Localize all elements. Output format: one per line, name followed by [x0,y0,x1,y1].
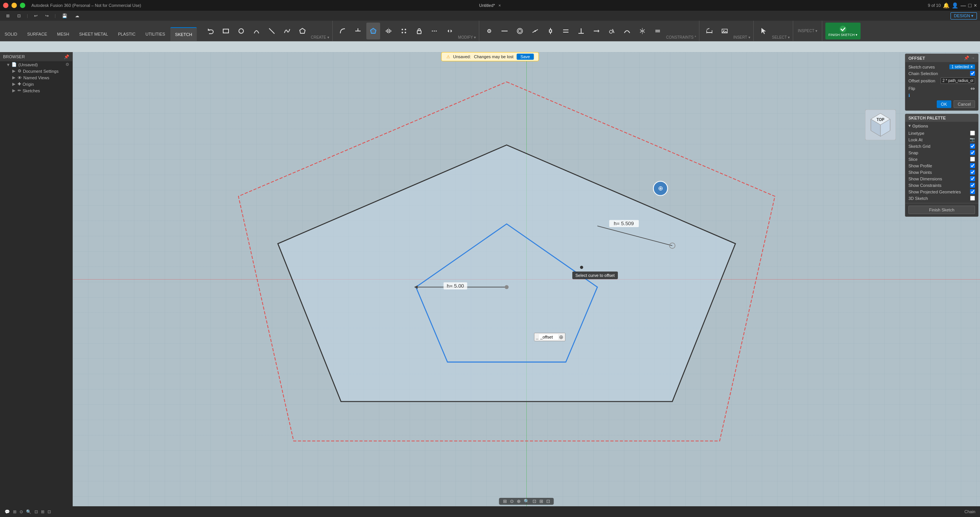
tab-plastic[interactable]: PLASTIC [113,27,140,41]
show-constraints-checkbox[interactable] [970,183,975,188]
tool-symmetric[interactable] [635,23,649,39]
main-pentagon[interactable] [278,145,735,402]
tool-lock[interactable] [412,23,426,39]
tool-select[interactable] [757,23,771,39]
tool-convert[interactable] [443,23,457,39]
offset-input-field[interactable] [539,334,558,340]
ctrl-zoom-fit[interactable]: ⊕ [517,499,521,504]
show-points-checkbox[interactable] [970,170,975,175]
inspect-label[interactable]: INSPECT ▾ [796,27,819,34]
tool-midpoint[interactable] [528,23,542,39]
tab-surface[interactable]: SURFACE [23,27,52,41]
show-profile-checkbox[interactable] [970,163,975,168]
menu-new[interactable]: ⊡ [14,13,24,19]
tree-item-named-views[interactable]: ▶ 👁 Named Views [0,74,72,81]
close-button[interactable] [3,3,8,8]
bottom-grid-icon[interactable]: ⊞ [41,509,44,514]
offset-expand-icon[interactable]: → [971,56,975,61]
bottom-display-icon[interactable]: ⊡ [34,509,38,514]
tree-item-doc-settings[interactable]: ▶ ⚙ Document Settings [0,68,72,74]
look-at-icon[interactable]: 📷 [970,137,975,142]
close-tab-icon[interactable]: × [498,3,501,8]
ctrl-orbit[interactable]: ⊙ [510,499,514,504]
cancel-button[interactable]: Cancel [954,100,975,108]
win-restore[interactable]: □ [968,2,971,8]
win-minimize[interactable]: — [960,2,966,8]
tool-circle[interactable] [234,23,248,39]
tool-coincident[interactable] [482,23,496,39]
tool-insert-img[interactable] [718,23,732,39]
show-dimensions-checkbox[interactable] [970,176,975,181]
offset-position-input[interactable] [941,77,975,84]
tab-utilities[interactable]: UTILITIES [141,27,170,41]
constraints-label[interactable]: CONSTRAINTS * [666,35,696,41]
menu-fusion-icon[interactable]: ⊞ [3,13,13,19]
ctrl-home[interactable]: ⊞ [503,499,507,504]
browser-pin[interactable]: 📌 [64,54,69,59]
tool-concentric[interactable] [513,23,527,39]
bottom-orbit-icon[interactable]: ⊙ [20,509,23,514]
tool-spline[interactable] [280,23,294,39]
tool-arc[interactable] [250,23,263,39]
sketch-3d-checkbox[interactable] [970,196,975,201]
sketch-grid-checkbox[interactable] [970,144,975,149]
tab-sheet-metal[interactable]: SHEET METAL [75,27,113,41]
show-projected-checkbox[interactable] [970,189,975,194]
tool-equal[interactable] [651,23,665,39]
user-icon[interactable]: 👤 [952,2,958,8]
tool-collinear[interactable] [498,23,511,39]
tool-smooth[interactable] [620,23,634,39]
tab-sketch[interactable]: SKETCH [170,27,197,41]
finish-sketch-palette-button[interactable]: Finish Sketch [908,206,975,214]
menu-save[interactable]: 💾 [59,13,70,19]
tool-mirror[interactable] [382,23,395,39]
menu-cloud[interactable]: ☁ [72,13,82,19]
notifications-icon[interactable]: 🔔 [943,2,949,8]
tab-solid[interactable]: SOLID [0,27,22,41]
finish-sketch-button[interactable]: FINISH SKETCH ▾ [825,23,861,39]
offset-spinner-up[interactable]: ⊕ [559,334,564,340]
nav-cube[interactable]: TOP [865,110,896,140]
ctrl-grid[interactable]: ⊞ [539,499,543,504]
insert-label[interactable]: INSERT ▾ [733,35,750,41]
tool-rectangle[interactable] [219,23,233,39]
tool-perpendicular[interactable] [574,23,588,39]
tool-dimension[interactable] [702,23,716,39]
tree-settings-icon[interactable]: ⚙ [65,62,69,67]
tool-tangent[interactable] [605,23,619,39]
tool-fillet[interactable] [336,23,350,39]
clear-selection-button[interactable]: × [970,65,973,69]
tool-polygon[interactable] [296,23,309,39]
snap-checkbox[interactable] [970,150,975,155]
ctrl-display[interactable]: ⊡ [532,499,536,504]
bottom-toolbar-icon[interactable]: ⊞ [13,509,16,514]
tool-break[interactable] [428,23,441,39]
menu-redo[interactable]: ↪ [42,13,52,19]
sketch-svg[interactable]: ⊕ h= 5.00 h= 5.509 [73,52,980,506]
flip-icon[interactable]: ⇔ [970,85,975,92]
save-button[interactable]: Save [516,54,534,60]
bottom-comments-icon[interactable]: 💬 [5,509,10,514]
win-close[interactable]: × [974,2,977,8]
tool-horizontal[interactable] [590,23,603,39]
tool-parallel[interactable] [559,23,573,39]
select-label[interactable]: SELECT ▾ [772,35,790,41]
tool-offset[interactable] [366,23,380,39]
tool-trim[interactable] [351,23,365,39]
tool-fix[interactable] [544,23,557,39]
tree-item-origin[interactable]: ▶ ✚ Origin [0,81,72,87]
tree-item-sketches[interactable]: ▶ ✏ Sketches [0,87,72,94]
tool-undo[interactable] [204,23,217,39]
ctrl-zoom[interactable]: 🔍 [524,499,529,504]
bottom-view-icon[interactable]: ⊡ [47,509,51,514]
tool-pattern[interactable] [397,23,411,39]
canvas-area[interactable]: ⊕ h= 5.00 h= 5.509 Select curve to offse… [73,52,980,506]
bottom-zoom-icon[interactable]: 🔍 [26,509,31,514]
ok-button[interactable]: OK [937,100,951,108]
slice-checkbox[interactable] [970,157,975,162]
modify-label[interactable]: MODIFY ▾ [458,35,476,41]
ctrl-view[interactable]: ⊡ [546,499,550,504]
tool-line[interactable] [265,23,279,39]
offset-pin-icon[interactable]: 📌 [964,56,969,61]
linetype-checkbox[interactable] [970,131,975,136]
